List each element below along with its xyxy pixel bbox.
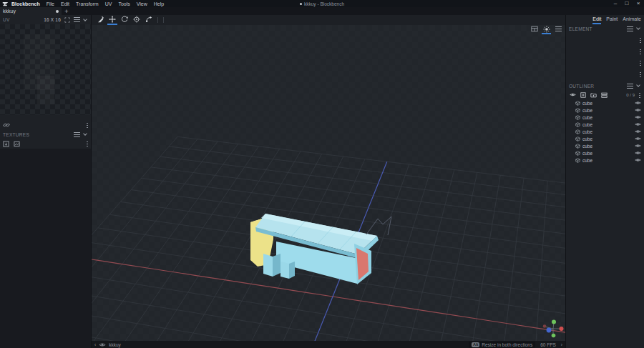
preview-eye-icon[interactable]: [99, 342, 106, 347]
app-name[interactable]: Blockbench: [11, 1, 40, 6]
status-back-button[interactable]: ‹: [94, 342, 96, 347]
cube-icon: [575, 136, 580, 141]
uv-canvas[interactable]: [0, 24, 91, 115]
outliner-row[interactable]: cube: [566, 149, 644, 156]
rotate-tool-button[interactable]: [119, 15, 130, 25]
add-cube-button[interactable]: [580, 92, 586, 98]
blockbench-window: Blockbench File Edit Transform UV Tools …: [0, 0, 644, 348]
cube-icon: [575, 101, 580, 106]
gizmo-z-axis[interactable]: [547, 328, 552, 333]
vertex-snap-tool-button[interactable]: [144, 15, 154, 25]
titlebar: Blockbench File Edit Transform UV Tools …: [0, 0, 644, 7]
maximize-button[interactable]: □: [621, 0, 633, 7]
link-uv-icon[interactable]: [3, 122, 10, 128]
close-button[interactable]: ×: [633, 0, 644, 7]
outliner-row[interactable]: cube: [566, 106, 644, 114]
visibility-eye-button[interactable]: [635, 129, 641, 134]
uv-mapping-ghost: [37, 76, 54, 104]
uv-collapse-chevron-icon[interactable]: [83, 17, 87, 21]
menu-transform[interactable]: Transform: [76, 1, 99, 6]
outliner-row[interactable]: cube: [566, 135, 644, 142]
menu-view[interactable]: View: [137, 1, 147, 6]
gizmo-y-neg-axis[interactable]: [552, 334, 556, 338]
import-texture-button[interactable]: [3, 141, 9, 147]
visibility-eye-button[interactable]: [635, 144, 641, 148]
create-texture-button[interactable]: [14, 141, 20, 147]
right-panel-filler: [566, 164, 644, 348]
textures-collapse-chevron-icon[interactable]: [83, 131, 87, 136]
visibility-eye-button[interactable]: [635, 115, 641, 119]
menu-tools[interactable]: Tools: [118, 1, 130, 6]
cube-icon: [575, 122, 580, 127]
uv-panel-header: UV 16 X 16: [0, 15, 91, 24]
viewport-menu-button[interactable]: [554, 25, 563, 34]
outliner-item-label: cube: [582, 108, 592, 113]
outliner-row[interactable]: cube: [566, 142, 644, 149]
project-tab[interactable]: kkkuy: [0, 7, 62, 15]
element-row-menu-icon[interactable]: [640, 49, 641, 54]
model-cubes[interactable]: [250, 214, 379, 284]
textures-panel-title: TEXTURES: [3, 132, 29, 137]
minimize-button[interactable]: –: [610, 0, 621, 7]
visibility-eye-button[interactable]: [635, 108, 641, 112]
tab-paint[interactable]: Paint: [606, 15, 618, 24]
visibility-eye-button[interactable]: [635, 158, 641, 162]
visibility-eye-button[interactable]: [635, 136, 641, 141]
add-group-button[interactable]: [590, 92, 597, 98]
status-forward-button[interactable]: ›: [561, 342, 562, 347]
tab-animate[interactable]: Animate: [623, 15, 641, 24]
visibility-eye-button[interactable]: [635, 101, 641, 105]
uv-frame-icon[interactable]: [64, 17, 70, 23]
menu-file[interactable]: File: [47, 1, 54, 6]
element-row-menu-icon[interactable]: [640, 71, 641, 77]
project-tab-label: kkkuy: [3, 9, 16, 14]
viewport-canvas[interactable]: [92, 25, 565, 341]
element-menu-icon[interactable]: [627, 26, 633, 31]
gizmo-x-axis[interactable]: [560, 327, 564, 331]
element-row-menu-icon[interactable]: [640, 37, 641, 43]
uv-menu-icon[interactable]: [74, 17, 80, 22]
outliner-collapse-chevron-icon[interactable]: [636, 83, 640, 87]
uv-size-label[interactable]: 16 X 16: [44, 17, 61, 22]
uv-footer: [0, 120, 91, 130]
select-tool-button[interactable]: [95, 15, 105, 25]
outliner-menu-icon[interactable]: [627, 84, 633, 89]
orientation-gizmo[interactable]: [543, 320, 564, 338]
uv-footer-menu-icon[interactable]: [87, 122, 88, 128]
menu-help[interactable]: Help: [154, 1, 164, 6]
visibility-eye-button[interactable]: [635, 122, 641, 126]
cube-icon: [575, 129, 580, 134]
textures-menu-kebab-icon[interactable]: [87, 141, 88, 146]
outliner-visibility-button[interactable]: [570, 92, 576, 97]
right-sidebar: Edit Paint Animate ELEMENT OUTLINER: [565, 15, 644, 348]
element-collapse-chevron-icon[interactable]: [636, 26, 640, 30]
toggle-options-button[interactable]: [601, 92, 608, 98]
uv-panel-title: UV: [3, 17, 10, 22]
element-row-menu-icon[interactable]: [640, 60, 641, 66]
mode-tabs: Edit Paint Animate: [566, 15, 644, 24]
outliner-row[interactable]: cube: [566, 156, 644, 164]
quad-view-button[interactable]: [530, 25, 539, 34]
tab-edit[interactable]: Edit: [592, 15, 601, 24]
viewport-toggles: [530, 25, 563, 34]
outliner-row[interactable]: cube: [566, 114, 644, 121]
main-toolbar: [92, 15, 565, 25]
outliner-row[interactable]: cube: [566, 128, 644, 135]
element-panel-header: ELEMENT: [566, 24, 644, 33]
outliner-kebab-icon[interactable]: [639, 92, 640, 98]
visibility-eye-button[interactable]: [635, 151, 641, 155]
new-tab-button[interactable]: +: [62, 7, 72, 15]
outliner-row[interactable]: cube: [566, 121, 644, 128]
pivot-tool-button[interactable]: [132, 15, 142, 25]
shading-sun-button[interactable]: [542, 25, 551, 34]
menu-uv[interactable]: UV: [105, 1, 112, 6]
outliner-row[interactable]: cube: [566, 99, 644, 106]
outliner-item-label: cube: [582, 158, 592, 163]
outliner-item-label: cube: [582, 144, 592, 149]
menu-edit[interactable]: Edit: [61, 1, 69, 6]
move-tool-button[interactable]: [107, 15, 117, 25]
cube-icon: [575, 115, 580, 120]
textures-menu-icon[interactable]: [74, 132, 80, 137]
gizmo-y-axis[interactable]: [552, 320, 556, 324]
gizmo-x-neg-axis[interactable]: [543, 324, 547, 328]
